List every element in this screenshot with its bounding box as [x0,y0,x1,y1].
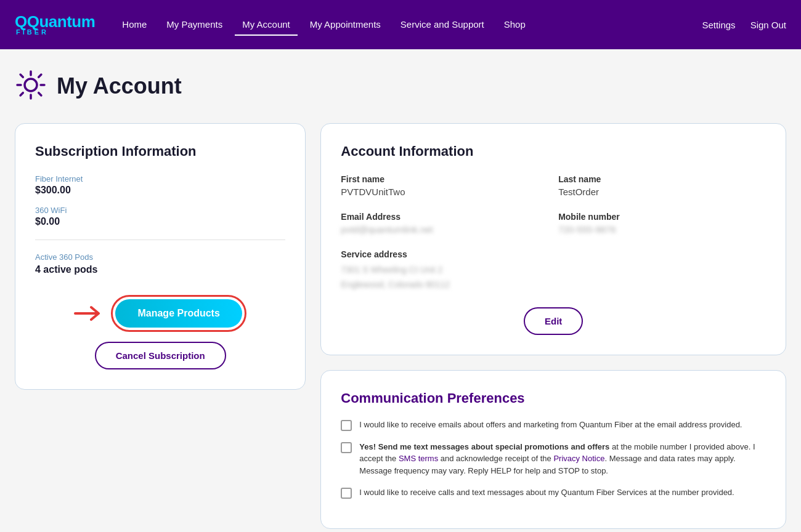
nav-my-account[interactable]: My Account [235,14,298,36]
address-block: Service address 7301 S Wheeling Ct Unit … [341,249,766,292]
gear-icon [15,69,47,103]
subscription-actions: Manage Products Cancel Subscription [35,295,285,369]
email-field: Email Address pvtd@quantumlink.net [341,212,548,235]
fiber-internet-label: Fiber Internet [35,174,285,183]
fiber-internet-item: Fiber Internet $300.00 [35,174,285,196]
pods-label: Active 360 Pods [35,252,285,262]
cancel-subscription-button[interactable]: Cancel Subscription [95,342,226,369]
address-label: Service address [341,249,766,259]
mobile-value: 720-555-9876 [558,224,766,235]
email-offers-checkbox[interactable] [341,420,352,431]
main-content: My Account Subscription Information Fibe… [0,49,801,532]
settings-link[interactable]: Settings [702,20,735,30]
nav-my-appointments[interactable]: My Appointments [303,14,388,36]
content-grid: Subscription Information Fiber Internet … [15,123,786,529]
comm-prefs-card: Communication Preferences I would like t… [320,370,786,530]
address-line1: 7301 S Wheeling Ct Unit 2 [341,263,766,278]
address-line2: Englewood, Colorado 80112 [341,278,766,292]
last-name-field: Last name TestOrder [558,174,766,197]
mobile-field: Mobile number 720-555-9876 [558,212,766,235]
arrow-indicator [74,305,104,322]
manage-products-button[interactable]: Manage Products [115,299,242,328]
comm-prefs-title: Communication Preferences [341,390,766,406]
calls-texts-checkbox[interactable] [341,488,352,499]
email-offers-text: I would like to receive emails about off… [359,419,742,431]
first-name-field: First name PVTDVUnitTwo [341,174,548,197]
last-name-value: TestOrder [558,187,766,197]
subscription-divider [35,240,285,240]
right-stack: Account Information First name PVTDVUnit… [320,123,786,529]
mobile-label: Mobile number [558,212,766,222]
logo[interactable]: QQuantum FIBER [15,14,95,36]
wifi-label: 360 WiFi [35,206,285,215]
edit-button[interactable]: Edit [524,307,583,335]
edit-btn-wrapper: Edit [341,307,766,335]
sign-out-link[interactable]: Sign Out [750,20,786,30]
sms-promos-checkbox[interactable] [341,442,352,453]
first-name-value: PVTDVUnitTwo [341,187,548,197]
nav-my-payments[interactable]: My Payments [159,14,230,36]
last-name-label: Last name [558,174,766,184]
sms-terms-link[interactable]: SMS terms [399,454,438,463]
sms-promos-text: Yes! Send me text messages about special… [359,441,766,477]
svg-point-0 [25,79,37,91]
nav-home[interactable]: Home [115,14,154,36]
subscription-card: Subscription Information Fiber Internet … [15,123,306,390]
first-name-label: First name [341,174,548,184]
pods-value: 4 active pods [35,264,285,275]
manage-products-highlight: Manage Products [111,295,246,332]
pods-info: Active 360 Pods 4 active pods [35,252,285,275]
subscription-card-title: Subscription Information [35,143,285,159]
calls-texts-text: I would like to receive calls and text m… [359,486,734,499]
sms-bold: Yes! Send me text messages about special… [359,442,609,451]
nav-links: Home My Payments My Account My Appointme… [115,14,702,36]
navbar: QQuantum FIBER Home My Payments My Accou… [0,0,801,49]
page-header: My Account [15,69,786,103]
fiber-internet-value: $300.00 [35,185,285,196]
account-info-card: Account Information First name PVTDVUnit… [320,123,786,355]
pref-item-calls: I would like to receive calls and text m… [341,486,766,499]
email-value: pvtd@quantumlink.net [341,224,548,235]
logo-text: QQuantum [15,14,95,30]
page-title: My Account [57,73,182,99]
account-info-title: Account Information [341,143,766,159]
logo-fiber: FIBER [16,28,49,36]
wifi-value: $0.00 [35,216,285,227]
account-info-grid: First name PVTDVUnitTwo Last name TestOr… [341,174,766,235]
email-label: Email Address [341,212,548,222]
nav-shop[interactable]: Shop [497,14,533,36]
nav-service-support[interactable]: Service and Support [393,14,492,36]
privacy-notice-link[interactable]: Privacy Notice [553,454,604,463]
wifi-item: 360 WiFi $0.00 [35,206,285,227]
pref-item-sms: Yes! Send me text messages about special… [341,441,766,477]
manage-products-wrapper: Manage Products [74,295,246,332]
pref-item-email: I would like to receive emails about off… [341,419,766,431]
nav-right: Settings Sign Out [702,20,786,30]
